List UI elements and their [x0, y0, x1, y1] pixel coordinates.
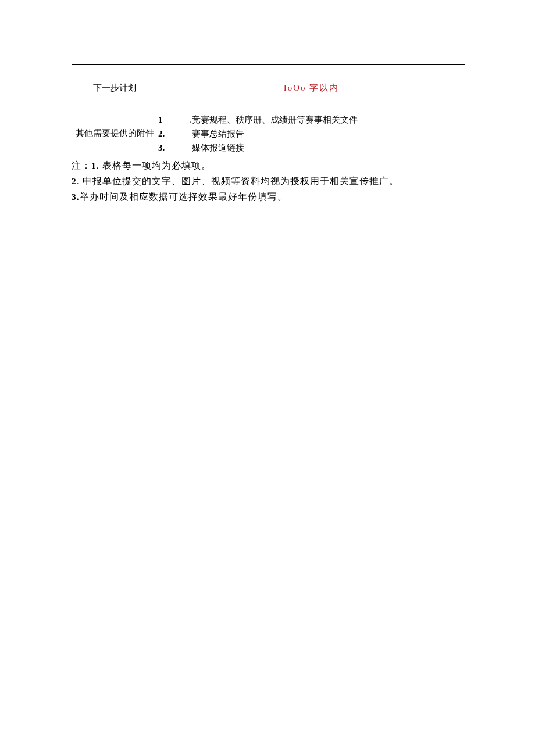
- form-table: 下一步计划 IoOo 字以内 其他需要提供的附件 1 . 竞赛规程、秩序册、成绩…: [72, 64, 465, 155]
- note-2: 2. 申报单位提交的文字、图片、视频等资料均视为授权用于相关宣传推广。: [72, 173, 465, 189]
- note-num: 1: [91, 160, 97, 170]
- row-label-attachments: 其他需要提供的附件: [72, 112, 158, 155]
- attach-item-1: 1 . 竞赛规程、秩序册、成绩册等赛事相关文件: [158, 113, 465, 127]
- item-dot: [165, 127, 192, 141]
- item-num: 1: [158, 113, 165, 127]
- row-value-next-plan: IoOo 字以内: [158, 65, 465, 112]
- note-prefix: 注：: [72, 160, 91, 170]
- note-num: 3.: [72, 192, 80, 202]
- item-text: 赛事总结报告: [192, 127, 465, 141]
- item-num: 3.: [158, 141, 165, 155]
- note-text: 举办时间及相应数据可选择效果最好年份填写。: [80, 192, 287, 202]
- notes-block: 注：1. 表格每一项均为必填项。 2. 申报单位提交的文字、图片、视频等资料均视…: [72, 157, 465, 205]
- note-text: . 表格每一项均为必填项。: [97, 160, 211, 170]
- attach-item-3: 3. 媒体报道链接: [158, 141, 465, 155]
- item-text: 媒体报道链接: [192, 141, 465, 155]
- item-dot: [165, 141, 192, 155]
- item-dot: .: [165, 113, 192, 127]
- row-value-attachments: 1 . 竞赛规程、秩序册、成绩册等赛事相关文件 2. 赛事总结报告 3. 媒体报…: [158, 112, 465, 155]
- note-3: 3.举办时间及相应数据可选择效果最好年份填写。: [72, 189, 465, 205]
- note-1: 注：1. 表格每一项均为必填项。: [72, 157, 465, 173]
- note-num: 2: [72, 176, 77, 186]
- row-label-next-plan: 下一步计划: [72, 65, 158, 112]
- item-text: 竞赛规程、秩序册、成绩册等赛事相关文件: [192, 113, 465, 127]
- item-num: 2.: [158, 127, 165, 141]
- note-text: . 申报单位提交的文字、图片、视频等资料均视为授权用于相关宣传推广。: [77, 176, 399, 186]
- attach-item-2: 2. 赛事总结报告: [158, 127, 465, 141]
- limit-text: IoOo 字以内: [284, 83, 340, 92]
